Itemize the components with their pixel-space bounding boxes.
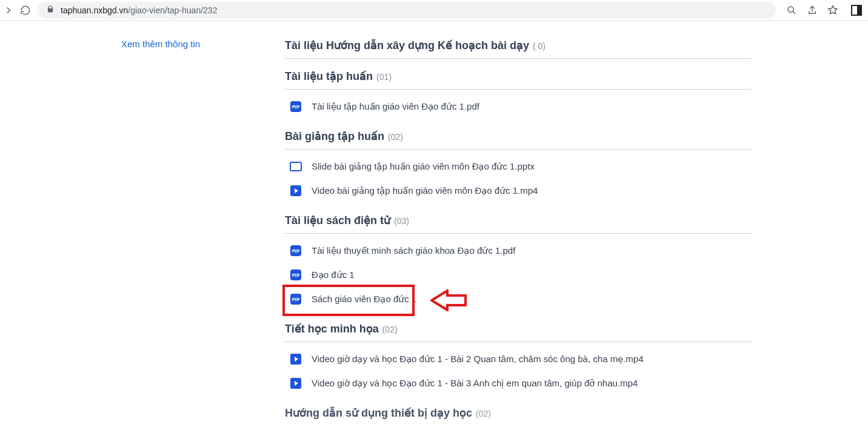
section-title: Hướng dẫn sử dụng thiết bị dạy học [285, 406, 472, 420]
file-label: Video giờ dạy và học Đạo đức 1 - Bài 3 A… [312, 378, 638, 389]
file-label: Slide bài giảng tập huấn giáo viên môn Đ… [312, 161, 535, 172]
file-item[interactable]: PDF Tài liệu tập huấn giáo viên Đạo đức … [285, 94, 752, 119]
slide-icon [290, 160, 302, 173]
sidebar: Xem thêm thông tin [0, 39, 285, 436]
pdf-icon: PDF [290, 101, 302, 113]
section-ke-hoach-bai-day: Tài liệu Hướng dẫn xây dựng Kế hoạch bài… [285, 39, 752, 59]
section-count: (02) [388, 132, 403, 142]
video-icon [290, 377, 302, 389]
chrome-actions [780, 4, 862, 16]
section-tiet-hoc-minh-hoa: Tiết học minh họa (02) Video giờ dạy và … [285, 322, 752, 395]
section-bai-giang-tap-huan: Bài giảng tập huấn (02) Slide bài giảng … [285, 130, 752, 203]
section-tai-lieu-tap-huan: Tài liệu tập huấn (01) PDF Tài liệu tập … [285, 70, 752, 119]
pdf-icon: PDF [290, 293, 302, 305]
section-title: Tài liệu tập huấn [285, 70, 373, 83]
main-content: Tài liệu Hướng dẫn xây dựng Kế hoạch bài… [285, 39, 752, 436]
video-icon [290, 353, 302, 365]
share-icon[interactable] [806, 4, 818, 16]
pdf-icon: PDF [290, 269, 302, 281]
section-count: (02) [476, 409, 491, 418]
section-title: Tài liệu Hướng dẫn xây dựng Kế hoạch bài… [285, 39, 529, 52]
video-icon [290, 185, 302, 197]
pdf-icon: PDF [290, 245, 302, 257]
section-title: Bài giảng tập huấn [285, 130, 384, 143]
file-label: Tài liệu tập huấn giáo viên Đạo đức 1.pd… [312, 101, 479, 112]
section-sach-dien-tu: Tài liệu sách điện tử (03) PDF Tài liệu … [285, 214, 752, 311]
section-count: (03) [394, 216, 409, 226]
section-count: ( 0) [533, 41, 546, 51]
file-item[interactable]: Video bài giảng tập huấn giáo viên môn Đ… [285, 179, 752, 203]
file-label: Đạo đức 1 [312, 269, 355, 280]
lock-icon [46, 5, 55, 15]
file-item[interactable]: Slide bài giảng tập huấn giáo viên môn Đ… [285, 154, 752, 179]
svg-point-0 [788, 7, 793, 12]
bookmark-star-icon[interactable] [827, 4, 839, 16]
zoom-icon[interactable] [786, 4, 798, 16]
section-title: Tài liệu sách điện tử [285, 214, 390, 227]
file-label: Sách giáo viên Đạo đức 1 [312, 294, 416, 305]
file-label: Tài liệu thuyết minh sách giáo khoa Đạo … [312, 245, 515, 256]
file-item[interactable]: PDF Sách giáo viên Đạo đức 1 [285, 287, 752, 311]
more-info-link[interactable]: Xem thêm thông tin [121, 39, 200, 49]
section-count: (01) [376, 72, 392, 82]
file-label: Video bài giảng tập huấn giáo viên môn Đ… [312, 185, 538, 196]
forward-button[interactable] [0, 2, 17, 19]
file-item[interactable]: PDF Tài liệu thuyết minh sách giáo khoa … [285, 239, 752, 263]
browser-toolbar: taphuan.nxbgd.vn/giao-vien/tap-huan/232 [0, 0, 868, 21]
side-panel-icon[interactable] [851, 5, 862, 16]
address-bar[interactable]: taphuan.nxbgd.vn/giao-vien/tap-huan/232 [38, 2, 776, 19]
url-path: /giao-vien/tap-huan/232 [128, 5, 217, 15]
section-thiet-bi-day-hoc: Hướng dẫn sử dụng thiết bị dạy học (02) [285, 406, 752, 426]
section-count: (02) [382, 325, 398, 334]
file-item[interactable]: PDF Đạo đức 1 [285, 263, 752, 287]
url-host: taphuan.nxbgd.vn [61, 5, 128, 15]
file-item[interactable]: Video giờ dạy và học Đạo đức 1 - Bài 3 A… [285, 371, 752, 395]
reload-button[interactable] [17, 2, 34, 19]
file-item[interactable]: Video giờ dạy và học Đạo đức 1 - Bài 2 Q… [285, 347, 752, 371]
file-label: Video giờ dạy và học Đạo đức 1 - Bài 2 Q… [312, 354, 643, 365]
section-title: Tiết học minh họa [285, 322, 379, 335]
